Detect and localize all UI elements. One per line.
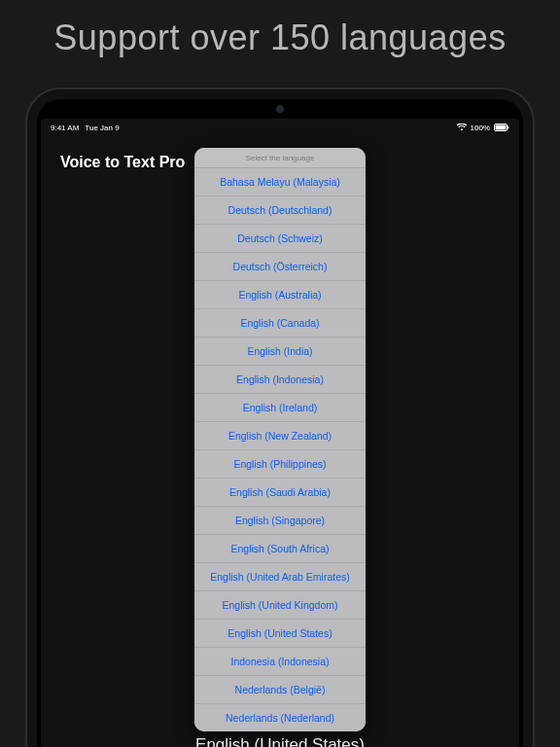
camera-icon — [276, 105, 284, 113]
wifi-icon — [457, 124, 467, 131]
language-option[interactable]: Indonesia (Indonesia) — [194, 647, 366, 675]
popover-tail-icon — [271, 730, 289, 731]
language-option[interactable]: English (South Africa) — [194, 534, 366, 562]
language-option[interactable]: English (United States) — [194, 619, 366, 647]
popover-header: Select the language — [194, 148, 366, 167]
language-option[interactable]: English (Indonesia) — [194, 365, 366, 393]
status-bar: 9:41 AM Tue Jan 9 100% — [41, 119, 519, 134]
language-option[interactable]: Nederlands (België) — [194, 675, 366, 703]
language-option[interactable]: English (New Zealand) — [194, 421, 366, 449]
language-option[interactable]: English (Singapore) — [194, 506, 366, 534]
language-option[interactable]: English (Philippines) — [194, 449, 366, 478]
language-option[interactable]: Bahasa Melayu (Malaysia) — [194, 167, 366, 196]
language-option[interactable]: English (Ireland) — [194, 393, 366, 421]
app-title: Voice to Text Pro — [60, 154, 185, 171]
language-option[interactable]: Deutsch (Deutschland) — [194, 196, 366, 224]
status-time: 9:41 AM — [51, 124, 79, 132]
language-option[interactable]: English (Canada) — [194, 308, 366, 337]
status-date: Tue Jan 9 — [85, 124, 119, 132]
device-screen: 9:41 AM Tue Jan 9 100% Voice to Text Pro… — [41, 119, 519, 747]
ipad-device-frame: 9:41 AM Tue Jan 9 100% Voice to Text Pro… — [25, 88, 535, 747]
language-list[interactable]: Bahasa Melayu (Malaysia)Deutsch (Deutsch… — [194, 167, 366, 731]
language-option[interactable]: English (India) — [194, 337, 366, 365]
language-option[interactable]: Deutsch (Österreich) — [194, 252, 366, 280]
language-option[interactable]: Nederlands (Nederland) — [194, 703, 366, 731]
language-popover: Select the language Bahasa Melayu (Malay… — [194, 148, 366, 731]
language-option[interactable]: English (United Arab Emirates) — [194, 562, 366, 590]
svg-rect-2 — [508, 126, 508, 129]
language-option[interactable]: Deutsch (Schweiz) — [194, 224, 366, 252]
marketing-headline: Support over 150 languages — [0, 0, 560, 80]
svg-rect-1 — [496, 125, 507, 130]
selected-language-label[interactable]: English (United States) — [41, 735, 519, 747]
battery-icon — [494, 124, 509, 131]
language-option[interactable]: English (Australia) — [194, 280, 366, 308]
status-battery-pct: 100% — [471, 124, 490, 132]
language-option[interactable]: English (Saudi Arabia) — [194, 478, 366, 506]
language-option[interactable]: English (United Kingdom) — [194, 590, 366, 619]
